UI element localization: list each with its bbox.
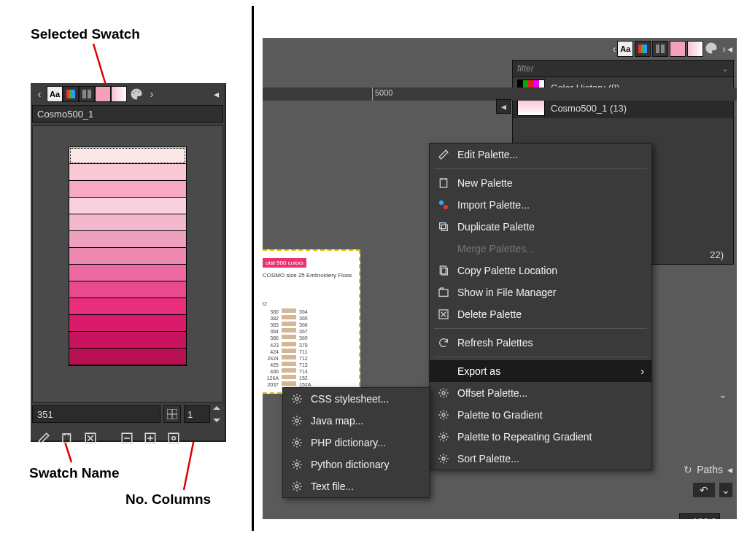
menu-item[interactable]: Refresh Palettes xyxy=(430,332,651,354)
gear-icon xyxy=(290,436,303,449)
swatch-tab-icon[interactable] xyxy=(95,86,111,102)
swatch-name-field[interactable]: 351 xyxy=(32,405,160,423)
palette-swatch[interactable] xyxy=(69,281,186,298)
palette-artist-icon[interactable] xyxy=(128,88,144,100)
menu-item[interactable]: Export as› xyxy=(430,360,651,382)
history-undo-button[interactable]: ↶ xyxy=(693,483,715,497)
spinner-up-icon[interactable] xyxy=(213,406,220,410)
palette-list-item-selected[interactable]: Cosmo500_1 (13) xyxy=(513,98,733,118)
menu-item[interactable]: Copy Palette Location xyxy=(430,260,651,281)
svg-rect-3 xyxy=(82,90,86,98)
chevron-down-icon: ⌄ xyxy=(721,63,729,74)
dock-next-button[interactable]: › xyxy=(146,88,158,100)
gradient-tab-icon[interactable] xyxy=(687,41,703,57)
new-icon xyxy=(437,176,450,190)
columns-count-field[interactable]: 1 xyxy=(184,405,210,423)
dock-menu-button[interactable]: ◂ xyxy=(210,88,222,100)
canvas-document[interactable]: otal 500 colors COSMO size 25 Embroidery… xyxy=(263,249,372,394)
submenu-item[interactable]: CSS stylesheet... xyxy=(283,388,429,410)
color-tab-icon[interactable] xyxy=(63,86,79,102)
palette-swatch[interactable] xyxy=(69,298,186,315)
export-as-submenu[interactable]: CSS stylesheet...Java map...PHP dictiona… xyxy=(282,387,430,498)
svg-rect-20 xyxy=(656,44,659,53)
svg-point-39 xyxy=(295,485,298,488)
palette-swatch[interactable] xyxy=(69,181,186,198)
submenu-item[interactable]: Text file... xyxy=(283,475,429,497)
columns-spinner[interactable] xyxy=(213,406,223,422)
columns-tab-icon[interactable] xyxy=(79,86,95,102)
submenu-arrow-icon: › xyxy=(640,365,644,377)
column-grid-icon[interactable] xyxy=(163,405,181,423)
filter-placeholder-label: filter xyxy=(517,63,534,74)
menu-item[interactable]: New Palette xyxy=(430,172,651,194)
zoom-in-button[interactable] xyxy=(142,429,159,447)
edit-palette-button[interactable] xyxy=(35,429,53,447)
palette-swatch[interactable] xyxy=(69,349,186,365)
palette-swatch[interactable] xyxy=(69,248,186,265)
menu-item[interactable]: Delete Palette xyxy=(430,303,651,325)
swatch-tab-icon[interactable] xyxy=(670,41,686,57)
menu-item[interactable]: Palette to Gradient xyxy=(430,404,651,426)
zoom-bar: 100.0 ⌄ xyxy=(514,512,732,519)
submenu-item[interactable]: PHP dictionary... xyxy=(283,432,429,454)
menu-item[interactable]: Sort Palette... xyxy=(430,448,651,470)
gear-icon xyxy=(437,408,450,421)
palette-context-menu[interactable]: Edit Palette...New PaletteImport Palette… xyxy=(429,143,652,470)
refresh-icon[interactable]: ↻ xyxy=(684,464,692,475)
paths-tab[interactable]: Paths xyxy=(697,464,723,475)
gradient-tab-icon[interactable] xyxy=(111,86,127,102)
delete-color-button[interactable] xyxy=(82,429,99,447)
dock-menu-button-right[interactable]: ◂ xyxy=(727,43,732,55)
zoom-fit-button[interactable] xyxy=(165,429,182,447)
font-tab-icon[interactable]: Aa xyxy=(617,41,633,57)
dock-prev-button-right[interactable]: ‹ xyxy=(613,43,616,55)
color-tab-icon[interactable] xyxy=(635,41,651,57)
menu-item: Merge Palettes... xyxy=(430,238,651,260)
palette-swatch[interactable] xyxy=(69,231,186,248)
palette-swatch[interactable] xyxy=(69,214,186,231)
submenu-item[interactable]: Java map... xyxy=(283,410,429,432)
svg-point-35 xyxy=(295,397,298,400)
palette-swatch[interactable] xyxy=(69,164,186,181)
palette-swatch[interactable] xyxy=(69,265,186,281)
svg-rect-4 xyxy=(88,90,91,98)
zoom-out-button[interactable] xyxy=(118,429,136,447)
zoom-value-field[interactable]: 100.0 xyxy=(679,513,720,519)
menu-item[interactable]: Palette to Repeating Gradient xyxy=(430,426,651,448)
menu-item-label: Copy Palette Location xyxy=(457,265,557,276)
palette-filter-field[interactable]: filter ⌄ xyxy=(513,61,733,77)
palette-name-field[interactable]: Cosmo500_1 xyxy=(32,105,223,122)
dock-next-button-right[interactable]: › xyxy=(722,43,726,55)
history-menu-chevron[interactable]: ⌄ xyxy=(719,483,732,497)
menu-item-label: Export as xyxy=(457,365,500,377)
palette-swatch[interactable] xyxy=(69,147,186,164)
svg-point-6 xyxy=(135,90,136,91)
new-palette-button[interactable] xyxy=(58,429,76,447)
chevron-down-icon[interactable]: ⌄ xyxy=(724,516,732,520)
menu-item[interactable]: Show in File Manager xyxy=(430,281,651,303)
submenu-item[interactable]: Python dictionary xyxy=(283,454,429,475)
doc-caption: COSMO size 25 Embroidery Floss xyxy=(263,272,357,279)
palette-swatch[interactable] xyxy=(69,332,186,349)
menu-item[interactable]: Import Palette... xyxy=(430,194,651,216)
svg-rect-11 xyxy=(63,434,71,443)
menu-item[interactable]: Edit Palette... xyxy=(430,144,651,166)
floss-legend-row: 126A152 xyxy=(263,375,357,381)
panel-expand-chevron[interactable]: ⌄ xyxy=(716,388,729,401)
menu-item-label: Show in File Manager xyxy=(457,287,556,298)
palette-swatch[interactable] xyxy=(69,315,186,332)
panel-collapse-chevron[interactable]: ◂ xyxy=(496,99,511,114)
svg-point-38 xyxy=(295,463,298,466)
dock-prev-button[interactable]: ‹ xyxy=(34,88,45,100)
spinner-down-icon[interactable] xyxy=(213,419,220,422)
menu-item[interactable]: Offset Palette... xyxy=(430,382,651,404)
palette-artist-icon[interactable] xyxy=(705,42,721,57)
font-tab-icon[interactable]: Aa xyxy=(47,86,63,102)
dock-menu-icon[interactable]: ◂ xyxy=(727,464,732,475)
palette-swatch-view[interactable] xyxy=(32,125,223,402)
palette-swatch[interactable] xyxy=(69,198,186,214)
columns-tab-icon[interactable] xyxy=(652,41,668,57)
gear-icon xyxy=(437,452,450,465)
menu-item[interactable]: Duplicate Palette xyxy=(430,216,651,238)
svg-rect-26 xyxy=(441,225,447,230)
